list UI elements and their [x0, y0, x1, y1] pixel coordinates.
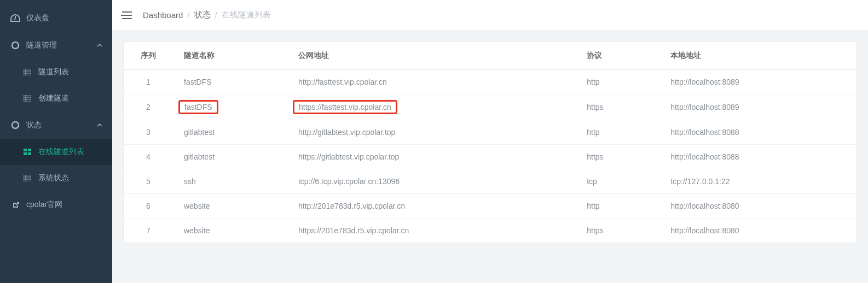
cell-proto: http — [576, 70, 659, 95]
cell-local: http://localhost:8089 — [659, 95, 857, 120]
cell-addr[interactable]: https://gitlabtest.vip.cpolar.top — [287, 145, 576, 169]
cell-name: website — [173, 219, 287, 243]
topbar: Dashboard / 状态 / 在线隧道列表 — [112, 0, 868, 31]
table-row: 5sshtcp://6.tcp.vip.cpolar.cn:13096tcptc… — [124, 169, 857, 194]
svg-point-9 — [12, 122, 19, 128]
chevron-up-icon — [97, 44, 102, 47]
cell-name: gitlabtest — [173, 145, 287, 169]
sidebar-item-cpolar-website[interactable]: cpolar官网 — [0, 191, 112, 219]
cell-addr[interactable]: http://201e783d.r5.vip.cpolar.cn — [287, 194, 576, 219]
cell-proto: http — [576, 120, 659, 145]
sidebar-sublabel: 系统状态 — [38, 173, 69, 183]
ring-icon — [10, 41, 21, 50]
cell-index: 5 — [124, 169, 173, 194]
table-row: 4gitlabtesthttps://gitlabtest.vip.cpolar… — [124, 145, 857, 169]
table-icon — [22, 175, 33, 181]
cell-local: http://localhost:8080 — [659, 219, 857, 243]
table-row: 6websitehttp://201e783d.r5.vip.cpolar.cn… — [124, 194, 857, 219]
table-row: 2fastDFShttps://fasttest.vip.cpolar.cnht… — [124, 95, 857, 120]
breadcrumb-separator: / — [187, 10, 189, 20]
sidebar-sublabel: 隧道列表 — [38, 67, 69, 77]
col-name: 隧道名称 — [173, 42, 287, 70]
sidebar-label: 隧道管理 — [26, 40, 97, 50]
cell-name: ssh — [173, 169, 287, 194]
dashboard-icon — [10, 14, 21, 22]
sidebar-label: 状态 — [26, 120, 97, 130]
main-content: Dashboard / 状态 / 在线隧道列表 序列 隧道名称 公网地址 协议 — [112, 0, 868, 283]
col-addr: 公网地址 — [287, 42, 576, 70]
cell-name: fastDFS — [173, 70, 287, 95]
col-local: 本地地址 — [659, 42, 857, 70]
cell-index: 4 — [124, 145, 173, 169]
sidebar-item-tunnel-mgmt[interactable]: 隧道管理 — [0, 32, 112, 59]
cell-name: gitlabtest — [173, 120, 287, 145]
chevron-up-icon — [97, 123, 102, 127]
table-row: 3gitlabtesthttp://gitlabtest.vip.cpolar.… — [124, 120, 857, 145]
cell-name: fastDFS — [173, 95, 287, 120]
sidebar-label: 仪表盘 — [26, 13, 102, 23]
sidebar: 仪表盘 隧道管理 隧道列表 创建隧道 — [0, 0, 112, 283]
cell-addr[interactable]: https://fasttest.vip.cpolar.cn — [287, 95, 576, 120]
cell-addr[interactable]: https://201e783d.r5.vip.cpolar.cn — [287, 219, 576, 243]
cell-addr[interactable]: http://gitlabtest.vip.cpolar.top — [287, 120, 576, 145]
cell-proto: https — [576, 95, 659, 120]
sidebar-item-system-status[interactable]: 系统状态 — [0, 165, 112, 191]
menu-toggle-icon[interactable] — [121, 11, 132, 20]
sidebar-item-online-tunnels[interactable]: 在线隧道列表 — [0, 139, 112, 165]
cell-addr[interactable]: tcp://6.tcp.vip.cpolar.cn:13096 — [287, 169, 576, 194]
sidebar-sublabel: 创建隧道 — [38, 93, 69, 103]
svg-rect-14 — [24, 175, 31, 181]
sidebar-sublabel: 在线隧道列表 — [38, 147, 84, 157]
svg-rect-13 — [28, 152, 31, 155]
col-proto: 协议 — [576, 42, 659, 70]
cell-index: 3 — [124, 120, 173, 145]
cell-local: http://localhost:8088 — [659, 145, 857, 169]
svg-rect-1 — [24, 69, 31, 75]
cell-proto: https — [576, 219, 659, 243]
sidebar-item-status[interactable]: 状态 — [0, 111, 112, 139]
grid-icon — [22, 149, 33, 155]
breadcrumb-separator: / — [215, 10, 217, 20]
cell-proto: http — [576, 194, 659, 219]
breadcrumb-status[interactable]: 状态 — [194, 10, 211, 20]
cell-index: 2 — [124, 95, 173, 120]
tunnel-table-card: 序列 隧道名称 公网地址 协议 本地地址 1fastDFShttp://fast… — [123, 42, 857, 243]
table-row: 7websitehttps://201e783d.r5.vip.cpolar.c… — [124, 219, 857, 243]
tunnel-table: 序列 隧道名称 公网地址 协议 本地地址 1fastDFShttp://fast… — [124, 42, 857, 243]
cell-local: http://localhost:8088 — [659, 120, 857, 145]
cell-index: 1 — [124, 70, 173, 95]
table-icon — [22, 69, 33, 75]
svg-point-0 — [12, 42, 19, 49]
cell-local: tcp://127.0.0.1:22 — [659, 169, 857, 194]
sidebar-item-dashboard[interactable]: 仪表盘 — [0, 4, 112, 32]
table-icon — [22, 95, 33, 102]
cell-proto: tcp — [576, 169, 659, 194]
svg-rect-10 — [24, 149, 27, 151]
sidebar-label: cpolar官网 — [26, 200, 102, 210]
sidebar-item-tunnel-list[interactable]: 隧道列表 — [0, 59, 112, 85]
table-row: 1fastDFShttp://fasttest.vip.cpolar.cnhtt… — [124, 70, 857, 95]
svg-rect-5 — [24, 95, 31, 102]
cell-addr[interactable]: http://fasttest.vip.cpolar.cn — [287, 70, 576, 95]
cell-name: website — [173, 194, 287, 219]
cell-index: 6 — [124, 194, 173, 219]
cell-local: http://localhost:8089 — [659, 70, 857, 95]
ring-icon — [10, 121, 21, 129]
cell-index: 7 — [124, 219, 173, 243]
breadcrumb-current: 在线隧道列表 — [222, 10, 271, 20]
col-index: 序列 — [124, 42, 173, 70]
breadcrumb-root[interactable]: Dashboard — [143, 10, 183, 20]
svg-rect-12 — [24, 152, 27, 155]
cell-proto: https — [576, 145, 659, 169]
external-link-icon — [10, 201, 21, 209]
sidebar-item-tunnel-create[interactable]: 创建隧道 — [0, 85, 112, 111]
cell-local: http://localhost:8080 — [659, 194, 857, 219]
breadcrumb: Dashboard / 状态 / 在线隧道列表 — [143, 10, 271, 20]
svg-rect-11 — [28, 149, 31, 151]
